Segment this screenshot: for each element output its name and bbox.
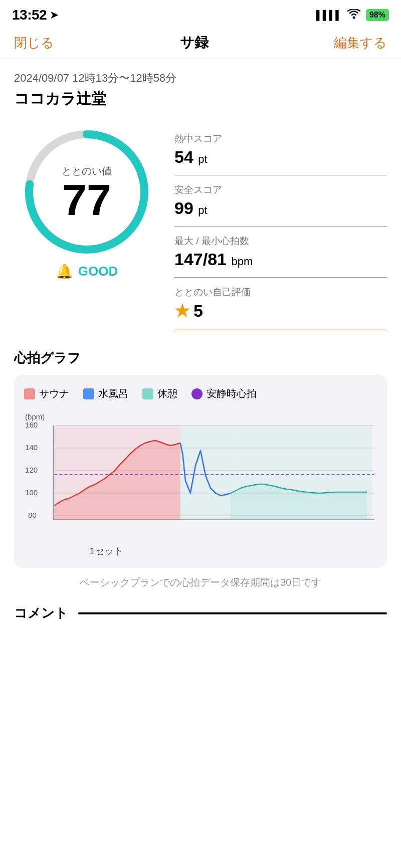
metric-heart-rate: 最大 / 最小心拍数 147/81 bpm bbox=[174, 227, 387, 278]
legend-water: 水風呂 bbox=[83, 387, 128, 400]
graph-container: サウナ 水風呂 休憩 安静時心拍 (bpm) bbox=[14, 375, 387, 568]
comment-title: コメント bbox=[14, 604, 68, 622]
circle-gauge: ととのい値 77 🔔 GOOD bbox=[14, 124, 159, 285]
svg-text:(bpm): (bpm) bbox=[25, 412, 45, 421]
comment-section: コメント bbox=[0, 604, 401, 630]
star-icon: ★ bbox=[174, 301, 189, 321]
water-color-dot bbox=[83, 388, 94, 399]
data-retention-note: ベーシックプランでの心拍データ保存期間は30日です bbox=[14, 576, 387, 589]
legend-water-label: 水風呂 bbox=[98, 387, 128, 400]
graph-x-labels: 1セット bbox=[24, 545, 377, 558]
metric-focus-label: 熱中スコア bbox=[174, 132, 387, 145]
session-datetime: 2024/09/07 12時13分〜12時58分 bbox=[14, 71, 387, 86]
x-label-1set: 1セット bbox=[89, 545, 123, 558]
good-label: 🔔 GOOD bbox=[56, 263, 118, 280]
metric-self-rating: ととのい自己評価 ★ 5 bbox=[174, 278, 387, 329]
session-location: ココカラ辻堂 bbox=[14, 89, 387, 109]
main-content: 2024/09/07 12時13分〜12時58分 ココカラ辻堂 ととのい値 77… bbox=[0, 59, 401, 589]
circle-inner: ととのい値 77 bbox=[62, 149, 112, 222]
svg-text:160: 160 bbox=[25, 420, 38, 429]
graph-area: (bpm) 160 140 120 100 80 bbox=[24, 410, 377, 541]
svg-text:120: 120 bbox=[25, 466, 38, 474]
metric-hr-value: 147/81 bpm bbox=[174, 250, 387, 269]
metric-hr-label: 最大 / 最小心拍数 bbox=[174, 235, 387, 248]
metric-safety-label: 安全スコア bbox=[174, 183, 387, 196]
close-button[interactable]: 閉じる bbox=[14, 34, 54, 52]
legend-sauna: サウナ bbox=[24, 387, 69, 400]
legend-resting-hr: 安静時心拍 bbox=[191, 387, 257, 400]
comment-header: コメント bbox=[14, 604, 387, 630]
metric-safety-value: 99 pt bbox=[174, 198, 387, 218]
rating-value: 5 bbox=[193, 301, 203, 321]
legend-resting-hr-label: 安静時心拍 bbox=[207, 387, 257, 400]
good-text: GOOD bbox=[78, 264, 118, 279]
score-section: ととのい値 77 🔔 GOOD 熱中スコア 54 pt 安全スコア 99 bbox=[14, 124, 387, 329]
resting-hr-dot bbox=[191, 388, 203, 399]
svg-text:80: 80 bbox=[28, 511, 37, 519]
edit-button[interactable]: 編集する bbox=[334, 34, 387, 52]
status-time: 13:52 bbox=[12, 7, 47, 23]
status-icons: ▌▌▌▌ 98% bbox=[316, 9, 389, 22]
wifi-icon bbox=[347, 9, 361, 22]
legend-sauna-label: サウナ bbox=[39, 387, 69, 400]
svg-point-0 bbox=[352, 16, 355, 19]
battery-indicator: 98% bbox=[366, 9, 389, 21]
graph-section-title: 心拍グラフ bbox=[14, 349, 387, 367]
star-rating: ★ 5 bbox=[174, 301, 387, 321]
legend-rest-label: 休憩 bbox=[157, 387, 177, 400]
metric-safety-score: 安全スコア 99 pt bbox=[174, 175, 387, 227]
page-title: サ録 bbox=[180, 33, 209, 52]
svg-text:140: 140 bbox=[25, 443, 38, 452]
legend-rest: 休憩 bbox=[142, 387, 177, 400]
heart-rate-chart: (bpm) 160 140 120 100 80 bbox=[24, 410, 377, 541]
metric-focus-value: 54 pt bbox=[174, 147, 387, 167]
graph-legend: サウナ 水風呂 休憩 安静時心拍 bbox=[24, 387, 377, 400]
metrics-panel: 熱中スコア 54 pt 安全スコア 99 pt 最大 / 最小心拍数 147/8… bbox=[174, 124, 387, 329]
location-arrow-icon: ➤ bbox=[50, 9, 59, 22]
rest-color-dot bbox=[142, 388, 153, 399]
sauna-color-dot bbox=[24, 388, 35, 399]
metric-rating-label: ととのい自己評価 bbox=[174, 286, 387, 299]
metric-focus-score: 熱中スコア 54 pt bbox=[174, 124, 387, 175]
nav-bar: 閉じる サ録 編集する bbox=[0, 27, 401, 59]
signal-icon: ▌▌▌▌ bbox=[316, 10, 342, 21]
circle-value: 77 bbox=[62, 178, 112, 222]
status-bar: 13:52 ➤ ▌▌▌▌ 98% bbox=[0, 0, 401, 27]
bell-icon: 🔔 bbox=[56, 263, 73, 280]
svg-text:100: 100 bbox=[25, 488, 38, 497]
comment-divider bbox=[78, 612, 387, 614]
